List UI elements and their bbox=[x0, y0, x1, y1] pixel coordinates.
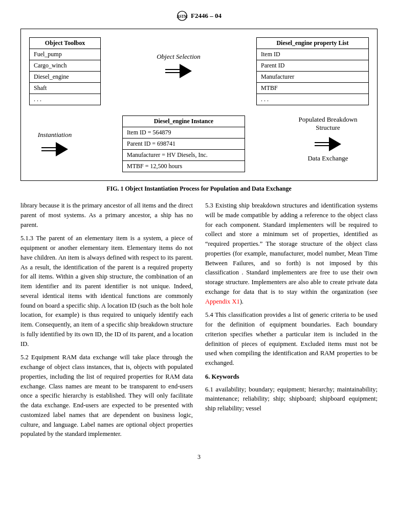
left-column: library because it is the primary ancest… bbox=[20, 201, 193, 443]
para-5-2: 5.2 Equipment RAM data exchange will tak… bbox=[20, 353, 193, 439]
toolbox-item: Shaft bbox=[30, 83, 100, 94]
toolbox-item: Diesel_engine bbox=[30, 72, 100, 83]
arrow-lines bbox=[41, 147, 56, 151]
figure-bottom-row: Instantiation Diesel_engine Instance Ite… bbox=[29, 115, 369, 172]
para-5-3: 5.3 Existing ship breakdown structures a… bbox=[205, 201, 378, 306]
toolbox-title: Object Toolbox bbox=[30, 38, 100, 49]
instance-panel: Diesel_engine Instance Item ID = 564879 … bbox=[122, 115, 245, 172]
page-number: 3 bbox=[20, 453, 378, 461]
arrow-lines bbox=[165, 69, 180, 73]
arrow-line-top bbox=[41, 147, 56, 148]
instance-title: Diesel_engine Instance bbox=[123, 116, 245, 127]
para-6-1: 6.1 availability; boundary; equipment; h… bbox=[205, 385, 378, 413]
object-selection-arrow bbox=[165, 64, 192, 78]
arrow-line-bottom bbox=[41, 150, 56, 151]
figure-top-row: Object Toolbox Fuel_pump Cargo_winch Die… bbox=[29, 37, 369, 105]
property-item: Parent ID bbox=[257, 60, 368, 72]
toolbox-item: . . . bbox=[30, 94, 100, 105]
para-5-1-3: 5.1.3 The parent of an elementary item i… bbox=[20, 234, 193, 349]
arrow-line-top bbox=[165, 69, 180, 70]
arrow-head-icon bbox=[56, 142, 68, 156]
section-6-title: 6. Keywords bbox=[205, 372, 378, 382]
arrow-lines bbox=[315, 142, 329, 146]
instance-item: Parent ID = 698741 bbox=[123, 138, 245, 150]
figure-1: Object Toolbox Fuel_pump Cargo_winch Die… bbox=[20, 29, 378, 181]
arrow-head-icon bbox=[180, 64, 192, 78]
appendix-link[interactable]: Appendix X1 bbox=[205, 298, 240, 305]
instance-item: Manufacturer = HV Diesels, Inc. bbox=[123, 150, 245, 161]
data-exchange-label: Data Exchange bbox=[307, 154, 348, 163]
instance-item: MTBF = 12,500 hours bbox=[123, 161, 245, 172]
instantiation-label: Instantiation bbox=[38, 131, 72, 139]
property-list: Diesel_engine property List Item ID Pare… bbox=[256, 37, 369, 105]
svg-text:ASTM: ASTM bbox=[176, 14, 187, 19]
property-item: MTBF bbox=[257, 83, 368, 94]
standard-number: F2446 – 04 bbox=[191, 12, 222, 20]
right-column: 5.3 Existing ship breakdown structures a… bbox=[205, 201, 378, 443]
figure-caption: FIG. 1 Object Instantiation Process for … bbox=[20, 185, 378, 193]
page-header: ASTM F2446 – 04 bbox=[20, 10, 378, 21]
object-toolbox: Object Toolbox Fuel_pump Cargo_winch Die… bbox=[29, 37, 101, 105]
populated-label: Populated Breakdown Structure bbox=[298, 115, 357, 132]
body-content: library because it is the primary ancest… bbox=[20, 201, 378, 443]
property-item: Item ID bbox=[257, 49, 368, 60]
arrow-line-bottom bbox=[315, 145, 329, 146]
toolbox-item: Cargo_winch bbox=[30, 60, 100, 72]
toolbox-item: Fuel_pump bbox=[30, 49, 100, 60]
para-5-4: 5.4 This classification provides a list … bbox=[205, 310, 378, 368]
arrow-line-top bbox=[315, 142, 329, 143]
instantiation-area: Instantiation bbox=[29, 115, 80, 156]
arrow-head-icon bbox=[329, 137, 341, 151]
object-selection-label: Object Selection bbox=[157, 53, 201, 61]
data-exchange-arrow bbox=[315, 137, 341, 151]
populated-area: Populated Breakdown Structure Data Excha… bbox=[287, 115, 369, 163]
property-item: Manufacturer bbox=[257, 72, 368, 83]
astm-logo-icon: ASTM bbox=[176, 10, 188, 21]
arrow-line-bottom bbox=[165, 72, 180, 73]
property-list-title: Diesel_engine property List bbox=[257, 38, 368, 49]
para-lib: library because it is the primary ancest… bbox=[20, 201, 193, 229]
property-item: . . . bbox=[257, 94, 368, 105]
instance-item: Item ID = 564879 bbox=[123, 127, 245, 138]
instantiation-arrow bbox=[41, 142, 68, 156]
object-selection-area: Object Selection bbox=[157, 37, 201, 78]
